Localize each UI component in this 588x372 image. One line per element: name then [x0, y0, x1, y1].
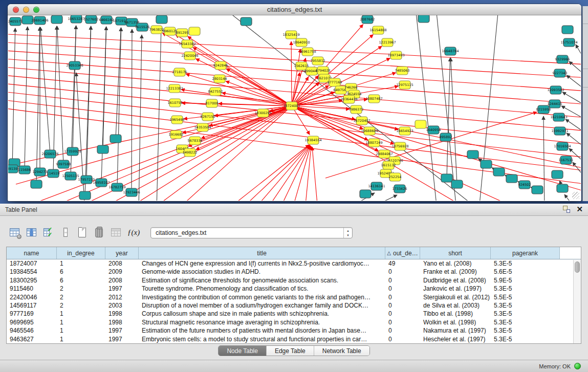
cell-short: Hescheler et al. (1997): [420, 335, 491, 343]
column-header-short[interactable]: short: [420, 247, 491, 259]
column-header-year[interactable]: year: [105, 247, 139, 259]
graph-edge: [292, 106, 581, 192]
table-settings-icon[interactable]: [9, 226, 21, 239]
graph-node-label: 10756928: [391, 144, 408, 148]
memory-status-label: Memory: OK: [539, 363, 571, 369]
table-select-value: citations_edges.txt: [156, 229, 206, 236]
graph-node-label: 9329966: [555, 57, 570, 61]
cell-title: Tourette syndrome. Phenomenology and cla…: [139, 285, 385, 293]
graph-node-label: 18640910: [293, 40, 310, 45]
graph-node[interactable]: [418, 15, 429, 23]
table-row[interactable]: 946554611997Estimation of the future num…: [7, 326, 581, 335]
graph-edge: [8, 50, 581, 91]
graph-node-label: 1640954: [426, 128, 441, 132]
graph-node[interactable]: [415, 120, 426, 128]
cell-short: Dudbridge et al. (2008): [420, 276, 491, 285]
cell-name: 9777169: [7, 310, 57, 318]
table-row[interactable]: 1872400712008Changes of HCN gene express…: [7, 259, 581, 268]
table-row[interactable]: 2242004622012Investigating the contribut…: [7, 293, 581, 301]
cell-in_degree: 2: [57, 293, 105, 301]
graph-node-label: 20691406: [31, 18, 48, 23]
cell-pagerank: 5.6E-5: [491, 268, 560, 276]
graph-node[interactable]: [110, 135, 121, 143]
graph-node[interactable]: [557, 184, 568, 192]
cell-name: 22420046: [7, 293, 57, 301]
graph-node[interactable]: [79, 191, 91, 200]
edit-columns-icon[interactable]: [26, 226, 38, 239]
column-header-in_degree[interactable]: in_degree: [57, 247, 105, 259]
graph-node-label: 7615526: [135, 25, 150, 29]
vertical-scrollbar[interactable]: [573, 260, 581, 343]
tab-edge-table[interactable]: Edge Table: [267, 346, 314, 356]
close-panel-icon[interactable]: ✕: [576, 206, 583, 213]
graph-node[interactable]: [441, 174, 452, 182]
graph-node-label: 817008: [206, 101, 219, 105]
table-row[interactable]: 969969511998Structural magnetic resonanc…: [7, 318, 581, 326]
cell-year: 2008: [105, 276, 139, 285]
graph-edge: [103, 27, 106, 149]
graph-node[interactable]: [493, 168, 505, 176]
table-row[interactable]: 946362711997Embryonic stem cells: a mode…: [7, 335, 581, 343]
tab-network-table[interactable]: Network Table: [314, 346, 369, 356]
float-panel-icon[interactable]: [563, 206, 570, 213]
graph-edge: [254, 145, 310, 201]
graph-node[interactable]: [532, 186, 543, 194]
table-row[interactable]: 1938455462009Genome-wide association stu…: [7, 268, 581, 276]
column-header-out_de[interactable]: △out_de…: [385, 247, 420, 259]
graph-node[interactable]: [467, 150, 478, 159]
select-columns-icon[interactable]: ✓✓: [43, 226, 55, 239]
graph-node[interactable]: [552, 170, 563, 179]
graph-node[interactable]: [189, 27, 200, 35]
graph-node[interactable]: [506, 174, 517, 183]
delete-table-icon[interactable]: [94, 226, 106, 239]
graph-node[interactable]: [481, 160, 492, 168]
graph-edge: [25, 27, 28, 170]
resize-grip[interactable]: [572, 192, 579, 199]
cell-year: 2008: [105, 259, 139, 268]
cell-name: 19384554: [7, 268, 57, 276]
graph-node[interactable]: [31, 180, 42, 188]
graph-edge: [573, 162, 581, 180]
cell-in_degree: 1: [57, 310, 105, 318]
graph-edge: [117, 28, 121, 187]
graph-node[interactable]: [51, 15, 62, 24]
table-select-dropdown[interactable]: citations_edges.txt ▲▼: [150, 227, 353, 238]
scrollbar-thumb[interactable]: [575, 261, 580, 273]
graph-node[interactable]: [97, 145, 108, 154]
graph-node-label: 1294273: [33, 170, 48, 174]
window-titlebar[interactable]: citations_edges.txt: [8, 4, 581, 15]
graph-node-label: 2803144: [212, 77, 227, 81]
graph-node-label: 16210643: [550, 115, 567, 119]
function-builder-icon[interactable]: ƒ(x): [127, 226, 140, 239]
table-row[interactable]: 911546021997Tourette syndrome. Phenomeno…: [7, 285, 581, 293]
cell-title: Investigating the contribution of common…: [139, 293, 385, 301]
background-window-edge: [582, 6, 588, 201]
graph-node[interactable]: [156, 15, 167, 24]
graph-node-label: 10653287: [68, 17, 84, 21]
graph-node[interactable]: [360, 190, 371, 198]
graph-node-label: 8267150: [201, 115, 215, 119]
table-row[interactable]: 1456911722003Disruption of a novel membe…: [7, 301, 581, 310]
table-row[interactable]: 977716911998Corpus callosum shape and si…: [7, 310, 581, 318]
graph-node[interactable]: [451, 180, 463, 188]
graph-node-label: 252254: [389, 175, 402, 179]
create-table-icon[interactable]: [77, 226, 89, 239]
column-header-pagerank[interactable]: pagerank: [491, 247, 560, 259]
graph-node[interactable]: [562, 26, 573, 34]
row-options-icon[interactable]: [60, 226, 72, 239]
cell-name: 9115460: [7, 285, 57, 293]
graph-node-label: 39139: [8, 167, 17, 171]
tab-node-table[interactable]: Node Table: [219, 346, 267, 356]
sort-ascending-icon: △: [387, 250, 391, 256]
memory-ok-indicator: [574, 363, 581, 369]
cell-pagerank: 5.3E-5: [491, 310, 560, 318]
table-row[interactable]: 1830029562008Estimation of significance …: [7, 276, 581, 285]
column-header-name[interactable]: name: [7, 247, 57, 259]
column-header-title[interactable]: title: [139, 247, 385, 259]
column-header-label: short: [448, 250, 462, 257]
graph-edge: [292, 146, 311, 201]
graph-edge: [132, 29, 132, 192]
table-panel-title: Table Panel: [5, 206, 37, 213]
graph-node[interactable]: [241, 17, 252, 26]
network-canvas[interactable]: 2405571206914061065328715276026466160107…: [8, 15, 581, 201]
